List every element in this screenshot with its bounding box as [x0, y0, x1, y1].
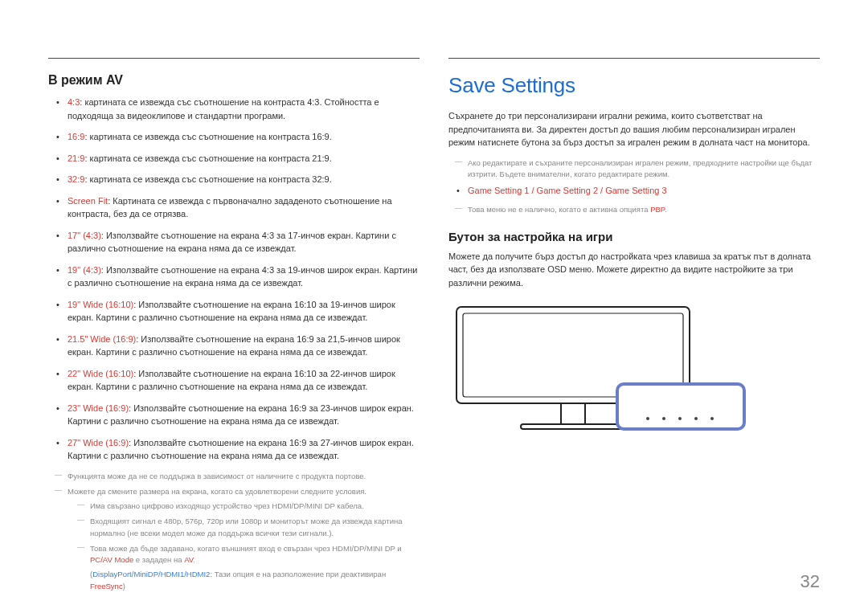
- svg-rect-2: [561, 403, 585, 424]
- av-mode-list: 4:3: картината се извежда със съотношени…: [48, 96, 420, 463]
- list-item: 19" (4:3): Използвайте съотношение на ек…: [59, 264, 420, 290]
- list-item: 22" Wide (16:10): Използвайте съотношени…: [59, 367, 420, 394]
- monitor-icon: [448, 300, 754, 445]
- save-settings-intro: Съхранете до три персонализирани игрални…: [448, 109, 820, 149]
- list-item: 21.5" Wide (16:9): Използвайте съотношен…: [59, 333, 420, 359]
- list-item: 19" Wide (16:10): Използвайте съотношени…: [59, 298, 420, 325]
- footnote: Има свързано цифрово изходящо устройство…: [82, 501, 420, 512]
- list-item: 4:3: картината се извежда със съотношени…: [59, 96, 420, 122]
- right-column: Save Settings Съхранете до три персонали…: [448, 58, 820, 596]
- svg-rect-4: [617, 384, 744, 429]
- save-settings-title: Save Settings: [448, 73, 820, 98]
- av-mode-heading: В режим AV: [48, 73, 420, 88]
- footnote: Ако редактирате и съхраните персонализир…: [460, 157, 820, 181]
- list-item: 32:9: картината се извежда със съотношен…: [59, 173, 420, 186]
- list-item: 16:9: картината се извежда със съотношен…: [59, 130, 420, 144]
- footnote: Това може да бъде задавано, когато външн…: [82, 543, 420, 592]
- list-item: 17" (4:3): Използвайте съотношение на ек…: [59, 229, 420, 255]
- list-item: Game Setting 1 / Game Setting 2 / Game S…: [460, 184, 820, 198]
- footnotes: Функцията може да не се поддържа в завис…: [48, 471, 420, 592]
- svg-point-7: [678, 417, 682, 420]
- list-item: 23" Wide (16:9): Използвайте съотношение…: [59, 402, 420, 428]
- game-button-heading: Бутон за настройка на игри: [448, 230, 820, 243]
- footnote: Входящият сигнал е 480p, 576p, 720p или …: [82, 516, 420, 539]
- pbp-note: Това меню не е налично, когато е активна…: [448, 204, 820, 215]
- list-item: 27" Wide (16:9): Използвайте съотношение…: [59, 436, 420, 463]
- svg-point-9: [710, 417, 714, 420]
- page-number: 32: [800, 571, 820, 592]
- list-item: Screen Fit: Картината се извежда с първо…: [59, 194, 420, 221]
- svg-rect-3: [521, 424, 625, 429]
- game-button-text: Можете да получите бърз достъп до настро…: [448, 250, 820, 290]
- svg-point-5: [646, 417, 649, 420]
- footnotes-nested: Има свързано цифрово изходящо устройство…: [68, 501, 420, 592]
- footnote: Можете да смените размера на екрана, ког…: [59, 486, 420, 592]
- svg-point-8: [694, 417, 698, 420]
- svg-point-6: [662, 417, 665, 420]
- footnote: Това меню не е налично, когато е активна…: [460, 204, 820, 215]
- monitor-figure: [448, 300, 754, 445]
- game-settings-list: Game Setting 1 / Game Setting 2 / Game S…: [448, 184, 820, 198]
- list-item: 21:9: картината се извежда със съотношен…: [59, 152, 420, 166]
- save-note: Ако редактирате и съхраните персонализир…: [448, 157, 820, 181]
- footnote: Функцията може да не се поддържа в завис…: [59, 471, 420, 482]
- left-column: В режим AV 4:3: картината се извежда със…: [48, 58, 420, 596]
